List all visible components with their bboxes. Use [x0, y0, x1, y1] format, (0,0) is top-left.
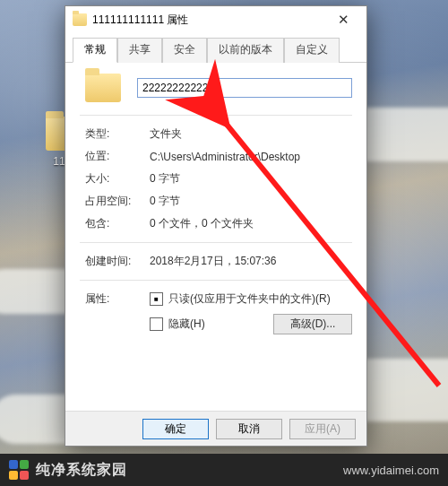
row-location: 位置: C:\Users\Administrator\Desktop: [80, 145, 352, 168]
label-attributes: 属性:: [85, 291, 150, 307]
tab-security[interactable]: 安全: [162, 38, 207, 63]
row-type: 类型: 文件夹: [80, 123, 352, 145]
value-size: 0 字节: [150, 171, 352, 187]
brand-logo-icon: [9, 460, 29, 480]
label-size: 大小:: [85, 171, 150, 187]
titlebar: 111111111111 属性 ✕: [65, 6, 366, 33]
close-button[interactable]: ✕: [325, 9, 361, 30]
value-contains: 0 个文件，0 个文件夹: [150, 216, 352, 231]
dialog-button-bar: 确定 取消 应用(A): [65, 411, 366, 446]
apply-button[interactable]: 应用(A): [289, 419, 356, 439]
row-created: 创建时间: 2018年2月17日，15:07:36: [80, 250, 352, 273]
cancel-button[interactable]: 取消: [216, 419, 282, 439]
folder-icon: [73, 13, 87, 26]
hidden-checkbox[interactable]: [150, 317, 163, 331]
label-location: 位置:: [85, 149, 150, 164]
row-contains: 包含: 0 个文件，0 个文件夹: [80, 213, 352, 235]
properties-dialog: 111111111111 属性 ✕ 常规 共享 安全 以前的版本 自定义 类型:…: [65, 5, 367, 447]
row-attributes: 属性: 只读(仅应用于文件夹中的文件)(R) 隐藏(H) 高级(D)...: [80, 288, 352, 338]
brand-url: www.yidaimei.com: [343, 464, 439, 477]
row-size-on-disk: 占用空间: 0 字节: [80, 190, 352, 213]
close-icon: ✕: [338, 12, 349, 28]
value-type: 文件夹: [150, 126, 352, 142]
ok-button[interactable]: 确定: [142, 419, 209, 439]
tab-strip: 常规 共享 安全 以前的版本 自定义: [65, 33, 366, 63]
label-disk: 占用空间:: [85, 194, 150, 209]
tab-customize[interactable]: 自定义: [284, 38, 340, 63]
brand-text: 纯净系统家园: [36, 461, 127, 480]
row-size: 大小: 0 字节: [80, 168, 352, 190]
tab-sharing[interactable]: 共享: [117, 38, 162, 63]
watermark-footer: 纯净系统家园 www.yidaimei.com: [0, 454, 448, 486]
label-type: 类型:: [85, 126, 150, 142]
label-contains: 包含:: [85, 216, 150, 231]
window-title: 111111111111 属性: [92, 13, 325, 28]
folder-icon: [85, 74, 121, 102]
advanced-button[interactable]: 高级(D)...: [273, 314, 352, 334]
folder-name-input[interactable]: [137, 78, 352, 98]
value-disk: 0 字节: [150, 194, 352, 209]
desktop-background: 11111 111111111111 属性 ✕ 常规 共享 安全 以前的版本 自…: [0, 0, 448, 486]
hidden-label: 隐藏(H): [168, 317, 205, 332]
label-created: 创建时间:: [85, 254, 150, 269]
tab-general[interactable]: 常规: [73, 38, 117, 63]
tab-previous[interactable]: 以前的版本: [207, 38, 284, 63]
value-created: 2018年2月17日，15:07:36: [150, 254, 352, 269]
readonly-checkbox[interactable]: [150, 292, 163, 306]
value-location: C:\Users\Administrator\Desktop: [150, 149, 352, 164]
readonly-label: 只读(仅应用于文件夹中的文件)(R): [168, 291, 331, 307]
tab-content: 类型: 文件夹 位置: C:\Users\Administrator\Deskt…: [65, 63, 366, 411]
